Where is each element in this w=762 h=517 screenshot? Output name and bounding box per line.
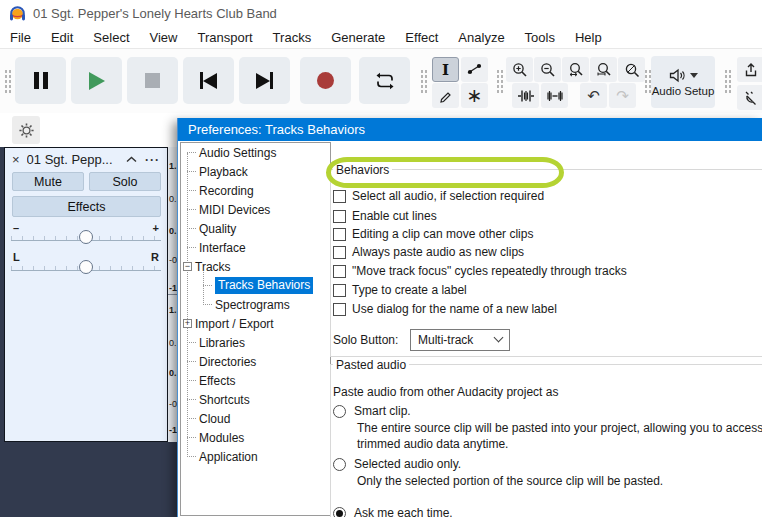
- track-title[interactable]: 01 Sgt. Pepp...: [27, 152, 126, 167]
- radio-smart-clip[interactable]: Smart clip.: [333, 403, 411, 419]
- radio-selected-audio-only[interactable]: Selected audio only.: [333, 456, 461, 472]
- menu-tools[interactable]: Tools: [515, 30, 565, 45]
- radio-ask-me-each-time[interactable]: Ask me each time.: [333, 505, 453, 517]
- share-audio-button[interactable]: [737, 57, 762, 82]
- tree-item-effects[interactable]: Effects: [181, 371, 330, 390]
- mute-button[interactable]: Mute: [12, 172, 84, 191]
- channel-separator: [168, 294, 177, 295]
- audio-setup-label: Audio Setup: [652, 85, 715, 97]
- menu-generate[interactable]: Generate: [321, 30, 395, 45]
- menu-effect[interactable]: Effect: [395, 30, 448, 45]
- smart-clip-description: The entire source clip will be pasted in…: [357, 420, 762, 452]
- skip-to-end-button[interactable]: [239, 57, 290, 104]
- pasted-audio-legend: Pasted audio: [333, 358, 409, 372]
- envelope-tool-button[interactable]: [461, 57, 488, 82]
- checkbox-box[interactable]: [333, 190, 346, 203]
- menu-tracks[interactable]: Tracks: [263, 30, 322, 45]
- expand-box-icon[interactable]: +: [183, 319, 192, 328]
- timeline-options-button[interactable]: [12, 116, 40, 144]
- checkbox-box[interactable]: [333, 284, 346, 297]
- zoom-out-button[interactable]: [534, 57, 561, 82]
- pan-slider[interactable]: [11, 266, 161, 271]
- checkbox-box[interactable]: [333, 210, 346, 223]
- tree-item-audio-settings[interactable]: Audio Settings: [181, 143, 330, 162]
- solo-button-dropdown[interactable]: Multi-track: [410, 329, 510, 351]
- silence-selection-icon: [546, 89, 564, 103]
- checkbox-box[interactable]: [333, 246, 346, 259]
- checkbox-enable-cut-lines[interactable]: Enable cut lines: [333, 208, 437, 224]
- menu-view[interactable]: View: [140, 30, 188, 45]
- tree-item-application[interactable]: Application: [181, 447, 330, 466]
- checkbox-select-all-audio[interactable]: Select all audio, if selection required: [333, 188, 544, 204]
- ruler-label: -0.: [169, 399, 177, 409]
- dialog-titlebar[interactable]: Preferences: Tracks Behaviors: [178, 118, 762, 141]
- tree-item-tracks[interactable]: −Tracks: [181, 257, 330, 276]
- zoom-toggle-button[interactable]: [618, 57, 645, 82]
- effects-button[interactable]: Effects: [12, 196, 161, 217]
- skip-to-start-icon: [200, 72, 217, 89]
- draw-tool-button[interactable]: [432, 83, 459, 108]
- menu-help[interactable]: Help: [565, 30, 612, 45]
- tree-item-shortcuts[interactable]: Shortcuts: [181, 390, 330, 409]
- checkbox-move-track-focus[interactable]: "Move track focus" cycles repeatedly thr…: [333, 263, 627, 279]
- multi-tool-button[interactable]: ∗: [461, 83, 488, 108]
- tree-item-cloud[interactable]: Cloud: [181, 409, 330, 428]
- tree-item-import-export[interactable]: +Import / Export: [181, 314, 330, 333]
- track-close-icon[interactable]: ×: [12, 152, 20, 167]
- gain-slider-thumb[interactable]: [79, 230, 93, 244]
- plugin-button[interactable]: [737, 85, 762, 110]
- selection-tool-button[interactable]: I: [432, 57, 459, 82]
- redo-button[interactable]: ↷: [609, 83, 636, 108]
- transport-toolbar-grip[interactable]: [4, 69, 12, 95]
- fit-project-button[interactable]: [590, 57, 617, 82]
- radio-circle[interactable]: [333, 405, 346, 418]
- checkbox-type-to-create-label[interactable]: Type to create a label: [333, 282, 467, 298]
- gain-slider[interactable]: [11, 236, 161, 241]
- play-button[interactable]: [71, 57, 122, 104]
- tools-toolbar-grip[interactable]: [420, 69, 428, 95]
- loop-button[interactable]: [359, 57, 410, 104]
- menu-select[interactable]: Select: [83, 30, 139, 45]
- stop-button[interactable]: [127, 57, 178, 104]
- share-toolbar-grip[interactable]: [724, 69, 732, 95]
- edit-toolbar-grip[interactable]: [496, 69, 504, 95]
- pause-button[interactable]: [15, 57, 66, 104]
- undo-button[interactable]: ↶: [580, 83, 607, 108]
- checkbox-box[interactable]: [333, 265, 346, 278]
- zoom-in-button[interactable]: [506, 57, 533, 82]
- checkbox-box[interactable]: [333, 228, 346, 241]
- tree-item-interface[interactable]: Interface: [181, 238, 330, 257]
- trim-outside-selection-button[interactable]: [512, 83, 539, 108]
- fit-selection-button[interactable]: [562, 57, 589, 82]
- pan-slider-thumb[interactable]: [79, 260, 93, 274]
- menu-transport[interactable]: Transport: [187, 30, 262, 45]
- vertical-scale-ruler[interactable]: 1. 0. 0. -0. -1. 1. 0. 0. -0. -1.: [168, 147, 177, 442]
- tree-item-recording[interactable]: Recording: [181, 181, 330, 200]
- tree-item-directories[interactable]: Directories: [181, 352, 330, 371]
- menu-edit[interactable]: Edit: [41, 30, 83, 45]
- tree-item-tracks-behaviors[interactable]: Tracks Behaviors: [181, 276, 330, 295]
- checkbox-box[interactable]: [333, 303, 346, 316]
- checkbox-dialog-for-label-name[interactable]: Use dialog for the name of a new label: [333, 301, 557, 317]
- collapse-box-icon[interactable]: −: [183, 262, 192, 271]
- tree-item-midi-devices[interactable]: MIDI Devices: [181, 200, 330, 219]
- tree-item-quality[interactable]: Quality: [181, 219, 330, 238]
- radio-circle[interactable]: [333, 458, 346, 471]
- tree-item-spectrograms[interactable]: Spectrograms: [181, 295, 330, 314]
- solo-button[interactable]: Solo: [89, 172, 161, 191]
- skip-to-start-button[interactable]: [183, 57, 234, 104]
- checkbox-paste-as-new-clips[interactable]: Always paste audio as new clips: [333, 244, 524, 260]
- silence-selection-button[interactable]: [541, 83, 568, 108]
- tree-item-playback[interactable]: Playback: [181, 162, 330, 181]
- tree-item-libraries[interactable]: Libraries: [181, 333, 330, 352]
- pan-right-label: R: [151, 251, 159, 263]
- menu-analyze[interactable]: Analyze: [448, 30, 514, 45]
- audio-setup-button[interactable]: Audio Setup: [651, 56, 715, 108]
- track-menu-icon[interactable]: ···: [145, 153, 160, 167]
- radio-circle-selected[interactable]: [333, 507, 346, 517]
- record-button[interactable]: [300, 57, 351, 104]
- menu-file[interactable]: File: [0, 30, 41, 45]
- tree-item-modules[interactable]: Modules: [181, 428, 330, 447]
- track-collapse-icon[interactable]: [126, 156, 137, 163]
- checkbox-editing-clip-moves[interactable]: Editing a clip can move other clips: [333, 226, 533, 242]
